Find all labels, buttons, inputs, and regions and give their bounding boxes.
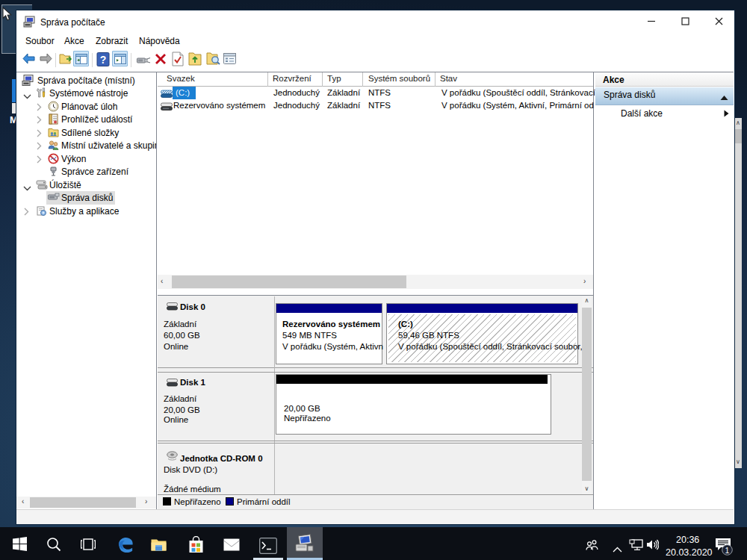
svg-text:1: 1 xyxy=(725,546,730,555)
svg-text:?: ? xyxy=(100,54,107,66)
